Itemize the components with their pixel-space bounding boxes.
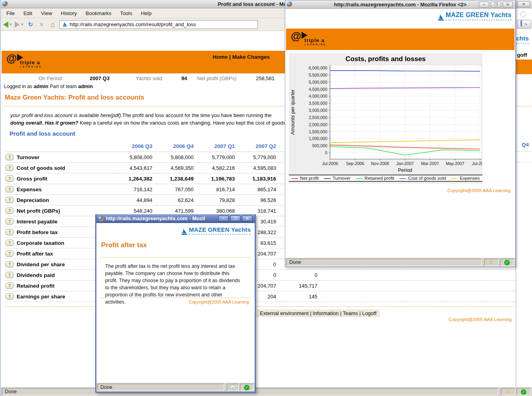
cell-value xyxy=(405,270,446,281)
sliver-title-bar[interactable]: ✕ xyxy=(516,0,532,8)
legend-swatch xyxy=(399,178,406,179)
svg-text:Sep-2006: Sep-2006 xyxy=(346,161,364,166)
help-icon[interactable]: ? xyxy=(6,208,13,214)
nav-external-environment[interactable]: External environment xyxy=(260,310,309,316)
url-bar[interactable]: http://rails.mazegreenyachts.com/result/… xyxy=(60,20,258,29)
help-icon[interactable]: ? xyxy=(6,197,13,203)
popup-heading: Profit after tax xyxy=(101,241,147,249)
help-icon[interactable]: ? xyxy=(6,175,13,182)
home-icon[interactable]: ⌂ xyxy=(48,20,57,29)
reload-icon[interactable]: ↻ xyxy=(26,20,35,29)
main-status-bar: Done ⚠ ✓ xyxy=(1,387,532,396)
close-icon[interactable]: ✕ xyxy=(503,2,513,8)
cell-value: 5,779,000 xyxy=(198,152,240,163)
forward-button[interactable]: ▼ xyxy=(15,21,24,28)
menu-file[interactable]: File xyxy=(6,10,15,16)
help-icon[interactable]: ? xyxy=(6,154,13,160)
svg-text:0: 0 xyxy=(325,150,327,155)
warning-button[interactable]: ⚠ xyxy=(484,259,499,266)
url-text: http://rails.mazegreenyachts.com/result/… xyxy=(70,21,196,27)
cell-value: 5,808,000 xyxy=(116,152,157,163)
menu-history[interactable]: History xyxy=(61,10,77,16)
on-period-value: 2007 Q3 xyxy=(90,75,109,81)
ok-button[interactable]: ✓ xyxy=(500,259,514,266)
svg-text:1,000,000: 1,000,000 xyxy=(309,136,327,141)
maximize-icon[interactable]: ❐ xyxy=(491,2,501,8)
check-icon: ✓ xyxy=(521,389,526,395)
warning-button[interactable]: ⚠ xyxy=(501,388,515,395)
chart: 6,000,0005,500,0005,000,0004,500,0004,00… xyxy=(289,53,482,184)
help-icon[interactable]: ? xyxy=(6,283,13,289)
row-label: Cost of goods sold xyxy=(17,163,116,173)
nav-logoff[interactable]: Logoff xyxy=(362,310,376,316)
back-button[interactable]: ▼ xyxy=(3,21,12,28)
verified-button[interactable]: ✓ xyxy=(227,384,239,391)
logoff-link-fragment[interactable]: goff xyxy=(517,52,527,58)
cell-value: 4,595,083 xyxy=(240,163,281,173)
svg-text:4,500,000: 4,500,000 xyxy=(309,87,327,92)
table-line xyxy=(516,151,532,152)
table-row: ?Retained profit204,707145,717 xyxy=(5,281,528,291)
help-icon[interactable]: ? xyxy=(6,261,13,267)
close-icon[interactable]: ✕ xyxy=(242,215,252,221)
maze-green-yachts-logo: MAZE GREEN Yachts xyxy=(181,226,251,235)
search-icon xyxy=(520,19,522,27)
popup-title-bar[interactable]: http://rails.mazegreenyachts.com - Mozil… xyxy=(96,214,255,223)
chart-title-bar[interactable]: http://rails.mazegreenyachts.com - Mozil… xyxy=(285,0,515,9)
cell-value: 1,264,382 xyxy=(116,173,157,184)
help-icon[interactable]: ? xyxy=(6,250,13,257)
cell-value xyxy=(363,270,405,281)
menu-bookmarks[interactable]: Bookmarks xyxy=(86,10,111,16)
stop-icon[interactable]: ✕ xyxy=(37,20,46,29)
column-header[interactable]: 2007 Q1 xyxy=(198,141,240,152)
close-icon[interactable]: ✕ xyxy=(517,1,530,7)
divider xyxy=(100,298,251,298)
menu-tools[interactable]: Tools xyxy=(120,10,132,16)
cell-value xyxy=(405,281,446,291)
help-icon[interactable]: ? xyxy=(6,240,13,246)
column-header[interactable]: 2006 Q3 xyxy=(116,141,157,152)
svg-text:2,500,000: 2,500,000 xyxy=(309,115,327,120)
firefox-icon xyxy=(98,216,104,221)
nav-make-changes[interactable]: Make Changes xyxy=(232,54,270,60)
net-profit-value: 258,581 xyxy=(256,75,275,81)
nav-home[interactable]: Home xyxy=(213,54,228,60)
help-icon[interactable]: ? xyxy=(6,186,13,192)
yachts-sold-value: 94 xyxy=(181,75,187,81)
minimize-icon[interactable]: – xyxy=(479,2,489,8)
maximize-icon[interactable]: ❐ xyxy=(230,215,240,221)
row-label: Depreciation xyxy=(17,195,116,206)
ok-button[interactable]: ✓ xyxy=(240,384,254,391)
forward-dropdown-icon[interactable]: ▼ xyxy=(21,23,24,26)
popup-status-bar: Done ✓ ✓ xyxy=(96,383,255,392)
ok-button[interactable]: ✓ xyxy=(517,388,531,395)
svg-text:May-2007: May-2007 xyxy=(446,161,465,166)
svg-text:4,000,000: 4,000,000 xyxy=(309,94,327,98)
login-line: Logged in as admin Part of team admin. xyxy=(4,84,94,89)
login-team: admin xyxy=(78,84,93,89)
firefox-icon xyxy=(2,1,8,7)
legend-item: Turnover xyxy=(324,176,351,181)
nav-teams[interactable]: Teams xyxy=(343,310,358,316)
intro-link[interactable]: your profit and loss account is availabl… xyxy=(10,112,121,118)
cell-value xyxy=(446,281,487,291)
help-icon[interactable]: ? xyxy=(6,272,13,278)
footer-nav: External environment | Information | Tea… xyxy=(257,309,380,317)
column-header[interactable]: 2006 Q4 xyxy=(157,141,198,152)
help-icon[interactable]: ? xyxy=(6,229,13,235)
nav-information[interactable]: Information xyxy=(313,310,338,316)
menu-edit[interactable]: Edit xyxy=(23,10,32,16)
search-button[interactable] xyxy=(517,20,531,29)
help-icon[interactable]: ? xyxy=(6,293,13,300)
minimize-icon[interactable]: – xyxy=(218,215,229,221)
menu-help[interactable]: Help xyxy=(141,10,152,16)
table-row: ?Earnings per share204145 xyxy=(5,291,528,302)
cell-value: 4,569,350 xyxy=(157,163,198,173)
help-icon[interactable]: ? xyxy=(6,218,13,225)
row-label: Expenses xyxy=(17,184,116,195)
back-dropdown-icon[interactable]: ▼ xyxy=(9,23,12,26)
status-text: Done xyxy=(98,384,224,391)
help-icon[interactable]: ? xyxy=(6,165,13,171)
column-header[interactable]: 2007 Q2 xyxy=(240,141,281,152)
menu-view[interactable]: View xyxy=(41,10,52,16)
